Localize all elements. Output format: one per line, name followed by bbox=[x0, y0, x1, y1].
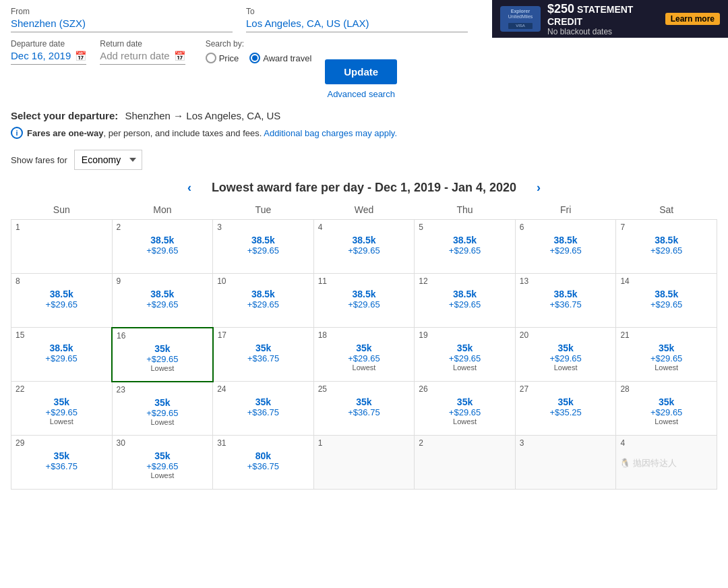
cell-fee-amount: +$36.75 bbox=[247, 353, 279, 363]
cell-fee-amount: +$29.65 bbox=[146, 299, 178, 310]
route-text: Shenzhen → Los Angeles, CA, US bbox=[125, 110, 280, 121]
cell-date-number: 21 bbox=[620, 330, 712, 340]
cell-date-number: 16 bbox=[117, 331, 208, 341]
return-calendar-icon[interactable]: 📅 bbox=[174, 51, 185, 61]
calendar-cell[interactable]: 2835k+$29.65Lowest bbox=[616, 382, 717, 436]
cell-lowest-label: Lowest bbox=[554, 363, 578, 372]
calendar-cell[interactable]: 1735k+$36.75 bbox=[213, 328, 314, 382]
departure-calendar-icon[interactable]: 📅 bbox=[75, 51, 86, 61]
select-departure-heading: Select your departure: Shenzhen → Los An… bbox=[11, 110, 717, 121]
calendar-cell[interactable]: 2735k+$35.25 bbox=[515, 382, 616, 436]
cell-fare-amount: 35k bbox=[557, 343, 573, 353]
calendar-cell[interactable]: 238.5k+$29.65 bbox=[112, 220, 213, 274]
cell-fee-amount: +$29.65 bbox=[146, 461, 178, 471]
cell-fee-amount: +$36.75 bbox=[247, 461, 279, 471]
calendar-cell: 1 bbox=[313, 436, 415, 490]
calendar-cell[interactable]: 738.5k+$29.65 bbox=[616, 220, 717, 274]
calendar-table: SunMonTueWedThuFriSat 1238.5k+$29.65338.… bbox=[11, 200, 717, 490]
calendar-cell[interactable]: 638.5k+$29.65 bbox=[515, 220, 616, 274]
calendar-cell: 1 bbox=[11, 220, 113, 274]
cell-fare-amount: 35k bbox=[356, 343, 371, 353]
calendar-cell[interactable]: 1538.5k+$29.65 bbox=[11, 328, 113, 382]
cell-date-number: 27 bbox=[520, 384, 612, 394]
cell-date-number: 3 bbox=[217, 223, 309, 232]
calendar-cell[interactable]: 338.5k+$29.65 bbox=[213, 220, 314, 274]
calendar-nav: ‹ Lowest award fare per day - Dec 1, 201… bbox=[11, 181, 717, 195]
award-radio-option[interactable]: Award travel bbox=[249, 53, 311, 63]
prev-month-arrow[interactable]: ‹ bbox=[181, 181, 198, 195]
fare-type-select[interactable]: Economy Business First bbox=[74, 150, 142, 170]
calendar-cell[interactable]: 2135k+$29.65Lowest bbox=[616, 328, 717, 382]
cell-fee-amount: +$35.25 bbox=[549, 407, 581, 417]
cell-date-number: 2 bbox=[117, 223, 209, 232]
search-by-label: Search by: bbox=[206, 39, 312, 49]
calendar-cell[interactable]: 2635k+$29.65Lowest bbox=[415, 382, 516, 436]
cell-fee-amount: +$29.65 bbox=[650, 299, 682, 310]
return-date-placeholder: Add return date bbox=[100, 50, 169, 61]
calendar-cell[interactable]: 1038.5k+$29.65 bbox=[213, 274, 314, 328]
next-month-arrow[interactable]: › bbox=[530, 181, 547, 195]
cell-fare-amount: 38.5k bbox=[655, 289, 678, 299]
award-label: Award travel bbox=[263, 53, 311, 63]
cell-fee-amount: +$29.65 bbox=[46, 299, 78, 310]
to-section: To Los Angeles, CA, US (LAX) bbox=[246, 7, 468, 32]
to-value[interactable]: Los Angeles, CA, US (LAX) bbox=[246, 18, 468, 32]
cell-fare-amount: 38.5k bbox=[150, 235, 174, 245]
cell-fee-amount: +$29.65 bbox=[247, 299, 279, 310]
advanced-search-link[interactable]: Advanced search bbox=[327, 89, 394, 99]
calendar-cell[interactable]: 2235k+$29.65Lowest bbox=[11, 382, 113, 436]
calendar-cell[interactable]: 2935k+$36.75 bbox=[11, 436, 113, 490]
cell-fare-amount: 35k bbox=[557, 396, 573, 407]
calendar-cell[interactable]: 438.5k+$29.65 bbox=[313, 220, 415, 274]
calendar-cell[interactable]: 1438.5k+$29.65 bbox=[616, 274, 717, 328]
departure-label: Departure date bbox=[11, 39, 86, 49]
cell-date-number: 11 bbox=[318, 276, 411, 286]
calendar-cell[interactable]: 1138.5k+$29.65 bbox=[313, 274, 415, 328]
day-header-tue: Tue bbox=[213, 200, 314, 220]
calendar-cell[interactable]: 3035k+$29.65Lowest bbox=[112, 436, 213, 490]
calendar-cell[interactable]: 2435k+$36.75 bbox=[213, 382, 314, 436]
cell-date-number: 3 bbox=[520, 438, 612, 448]
search-by-section: Search by: Price Award travel bbox=[206, 39, 312, 63]
cell-date-number: 13 bbox=[520, 276, 612, 286]
cell-fee-amount: +$29.65 bbox=[146, 354, 178, 364]
calendar-cell[interactable]: 1238.5k+$29.65 bbox=[415, 274, 516, 328]
cell-fare-amount: 38.5k bbox=[150, 289, 174, 299]
cell-date-number: 9 bbox=[117, 276, 209, 286]
calendar-cell[interactable]: 2335k+$29.65Lowest bbox=[112, 382, 213, 436]
departure-date-input[interactable]: Dec 16, 2019 📅 bbox=[11, 50, 86, 65]
calendar-cell[interactable]: 538.5k+$29.65 bbox=[415, 220, 516, 274]
cell-fee-amount: +$29.65 bbox=[449, 353, 481, 363]
cell-date-number: 31 bbox=[217, 438, 309, 448]
price-radio-option[interactable]: Price bbox=[206, 53, 239, 63]
calendar-cell[interactable]: 1935k+$29.65Lowest bbox=[415, 328, 516, 382]
calendar-cell[interactable]: 3180k+$36.75 bbox=[213, 436, 314, 490]
price-label: Price bbox=[219, 53, 239, 63]
cell-fare-amount: 38.5k bbox=[251, 235, 275, 245]
cell-fare-amount: 38.5k bbox=[655, 235, 678, 245]
calendar-cell[interactable]: 1635k+$29.65Lowest bbox=[112, 328, 213, 382]
calendar-cell[interactable]: 1338.5k+$36.75 bbox=[515, 274, 616, 328]
fares-note: Fares are one-way, per person, and inclu… bbox=[27, 128, 397, 138]
calendar-cell[interactable]: 838.5k+$29.65 bbox=[11, 274, 113, 328]
update-button[interactable]: Update bbox=[325, 59, 397, 84]
calendar-cell[interactable]: 2535k+$36.75 bbox=[313, 382, 415, 436]
from-value[interactable]: Shenzhen (SZX) bbox=[11, 18, 233, 32]
cell-fare-amount: 35k bbox=[154, 397, 170, 408]
cell-lowest-label: Lowest bbox=[453, 417, 477, 425]
calendar-title: Lowest award fare per day - Dec 1, 2019 … bbox=[212, 181, 516, 195]
cell-fare-amount: 35k bbox=[356, 396, 371, 407]
cell-lowest-label: Lowest bbox=[150, 471, 174, 479]
cell-fare-amount: 38.5k bbox=[251, 289, 275, 299]
cell-fare-amount: 38.5k bbox=[554, 235, 578, 245]
cell-fee-amount: +$36.75 bbox=[46, 461, 78, 471]
calendar-cell[interactable]: 2035k+$29.65Lowest bbox=[515, 328, 616, 382]
calendar-cell: 3 bbox=[515, 436, 616, 490]
cell-date-number: 4 bbox=[620, 438, 712, 448]
cell-fare-amount: 35k bbox=[255, 396, 271, 407]
bag-charges-link[interactable]: Additional bag charges may apply. bbox=[264, 128, 397, 138]
calendar-cell[interactable]: 1835k+$29.65Lowest bbox=[313, 328, 415, 382]
calendar-cell[interactable]: 938.5k+$29.65 bbox=[112, 274, 213, 328]
return-date-input[interactable]: Add return date 📅 bbox=[100, 50, 185, 65]
cell-date-number: 4 bbox=[318, 223, 411, 232]
